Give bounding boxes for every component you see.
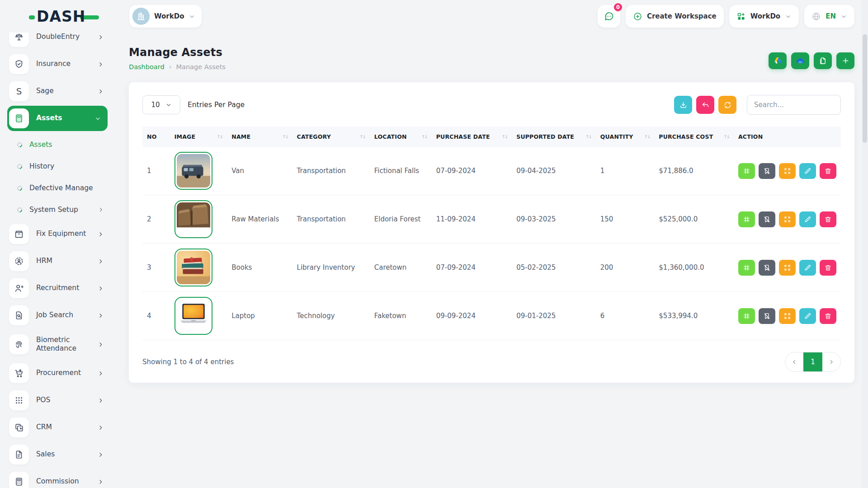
window-scrollbar[interactable] [862,0,868,488]
duplicate-page-button[interactable] [814,52,832,69]
account-menu[interactable]: WorkDo [729,5,799,28]
barcode-button[interactable] [738,308,755,324]
breadcrumb-current: Manage Assets [176,63,225,70]
view-button[interactable] [779,308,796,324]
sidebar-item-insurance[interactable]: Insurance [7,52,110,77]
google-drive-import-button[interactable] [769,52,787,69]
submenu-item-system-setup[interactable]: System Setup [12,199,110,221]
edit-button[interactable] [799,308,816,324]
edit-button[interactable] [799,260,816,276]
col-image: ↑↓IMAGE [170,127,227,147]
sidebar-item-sales[interactable]: Sales [7,442,110,467]
sidebar-item-pos[interactable]: POS [7,388,110,413]
submenu-item-assets[interactable]: Assets [12,134,110,155]
cart-icon [9,363,29,383]
barcode-button[interactable] [738,211,755,227]
sidebar-item-hrm[interactable]: HRM [7,249,110,274]
chevron-right-icon [97,424,104,431]
sidebar-item-sage[interactable]: S Sage [7,79,110,104]
view-button[interactable] [779,211,796,227]
asset-thumbnail-van[interactable] [175,152,212,190]
col-name: ↑↓NAME [227,127,292,147]
sidebar-item-assets[interactable]: Assets [7,106,108,131]
delete-button[interactable] [820,308,836,324]
search-input[interactable] [747,95,841,115]
sort-icon[interactable]: ↑↓ [421,134,427,139]
sidebar-item-fix-equipment[interactable]: Fix Equipment [7,221,110,247]
language-selector[interactable]: EN [804,5,854,28]
workspace-switcher[interactable]: WorkDo [129,5,202,28]
asset-thumbnail-laptop[interactable] [175,297,212,335]
sidebar-item-procurement[interactable]: Procurement [7,361,110,386]
entries-summary: Showing 1 to 4 of 4 entries [142,358,234,366]
col-quantity: ↑↓QUANTITY [596,127,655,147]
label-off-button[interactable] [759,308,775,324]
pagination-page-1[interactable]: 1 [803,352,822,371]
col-category: ↑↓CATEGORY [292,127,370,147]
sort-icon[interactable]: ↑↓ [585,134,591,139]
refresh-button[interactable] [718,96,736,114]
hash-frame-icon [743,167,750,175]
export-button[interactable] [674,96,692,114]
breadcrumb-dashboard-link[interactable]: Dashboard [129,63,165,70]
barcode-button[interactable] [738,260,755,276]
sidebar-item-commission[interactable]: Commission [7,469,110,488]
delete-button[interactable] [820,260,836,276]
sort-icon[interactable]: ↑↓ [723,134,729,139]
delete-button[interactable] [820,211,836,227]
messages-badge: 0 [613,2,623,12]
submenu-item-defective-manage[interactable]: Defective Manage [12,177,110,199]
view-button[interactable] [779,260,796,276]
fingerprint-icon [9,334,29,354]
logo-accent-dot [29,15,35,19]
label-off-button[interactable] [759,260,775,276]
calculator-icon [9,472,29,488]
plus-circle-icon [633,12,642,21]
pencil-icon [804,312,811,320]
sidebar-item-doubleentry[interactable]: DoubleEntry [7,33,110,50]
sidebar-item-recruitment[interactable]: Recruitment [7,276,110,301]
pencil-icon [804,167,811,175]
messages-button[interactable]: 0 [598,5,620,28]
submenu-item-history[interactable]: History [12,155,110,177]
expand-icon [783,216,791,223]
pagination-prev-button[interactable] [785,352,803,371]
expand-icon [783,167,791,175]
table-row: 4 [142,292,841,340]
sort-icon[interactable]: ↑↓ [359,134,365,139]
add-asset-button[interactable] [836,52,854,69]
reset-button[interactable] [696,96,714,114]
chevron-right-icon [97,285,104,292]
sidebar-item-biometric-attendance[interactable]: Biometric Attendance [7,330,110,359]
barcode-button[interactable] [738,163,755,179]
label-off-button[interactable] [759,211,775,227]
workspace-avatar-icon [132,8,150,25]
delete-button[interactable] [820,163,836,179]
grid-dots-icon [9,390,29,410]
breadcrumb: Dashboard › Manage Assets [129,63,226,70]
sidebar-item-job-search[interactable]: Job Search [7,303,110,328]
edit-button[interactable] [799,211,816,227]
edit-button[interactable] [799,163,816,179]
asset-thumbnail-books[interactable] [175,249,212,286]
col-supported-date: ↑↓SUPPORTED DATE [512,127,596,147]
label-off-button[interactable] [759,163,775,179]
pagination-next-button[interactable] [822,352,840,371]
dash-logo[interactable]: DASH [29,8,124,25]
sort-icon[interactable]: ↑↓ [217,134,222,139]
scrollbar-thumb[interactable] [863,34,867,143]
laptop-photo [177,299,210,333]
chevron-right-icon [97,258,104,265]
create-workspace-button[interactable]: Create Workspace [626,5,724,28]
table-header-row: NO ↑↓IMAGE ↑↓NAME ↑↓CATEGORY ↑↓LOCATION … [142,127,841,147]
sort-icon[interactable]: ↑↓ [282,134,288,139]
onedrive-import-button[interactable] [791,52,809,69]
view-button[interactable] [779,163,796,179]
col-purchase-date: ↑↓PURCHASE DATE [432,127,512,147]
asset-thumbnail-raw-materials[interactable] [175,200,212,238]
entries-per-page-select[interactable]: 10 [142,95,180,114]
sort-icon[interactable]: ↑↓ [644,134,650,139]
sidebar-item-crm[interactable]: CRM [7,415,110,440]
sort-icon[interactable]: ↑↓ [501,134,507,139]
van-photo [177,154,210,188]
